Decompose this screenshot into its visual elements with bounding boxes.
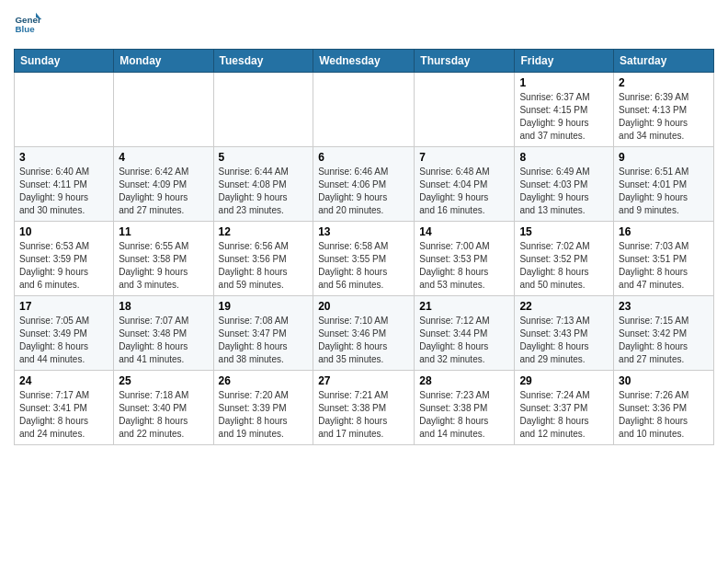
calendar-cell: 28Sunrise: 7:23 AM Sunset: 3:38 PM Dayli… (415, 371, 515, 445)
day-info: Sunrise: 7:18 AM Sunset: 3:40 PM Dayligh… (119, 389, 208, 441)
calendar-cell: 26Sunrise: 7:20 AM Sunset: 3:39 PM Dayli… (213, 371, 313, 445)
calendar-cell: 7Sunrise: 6:48 AM Sunset: 4:04 PM Daylig… (415, 147, 515, 222)
calendar-cell: 5Sunrise: 6:44 AM Sunset: 4:08 PM Daylig… (213, 147, 313, 222)
calendar-cell: 23Sunrise: 7:15 AM Sunset: 3:42 PM Dayli… (614, 296, 714, 371)
day-number: 16 (619, 225, 709, 238)
day-info: Sunrise: 6:56 AM Sunset: 3:56 PM Dayligh… (219, 240, 309, 292)
day-number: 18 (119, 300, 208, 313)
calendar-cell: 30Sunrise: 7:26 AM Sunset: 3:36 PM Dayli… (614, 371, 714, 445)
day-info: Sunrise: 6:55 AM Sunset: 3:58 PM Dayligh… (119, 240, 208, 292)
weekday-header-tuesday: Tuesday (213, 50, 313, 73)
day-info: Sunrise: 7:20 AM Sunset: 3:39 PM Dayligh… (219, 389, 309, 441)
calendar-cell: 8Sunrise: 6:49 AM Sunset: 4:03 PM Daylig… (515, 147, 614, 222)
calendar-cell (114, 73, 213, 147)
calendar-cell: 27Sunrise: 7:21 AM Sunset: 3:38 PM Dayli… (313, 371, 415, 445)
calendar-cell: 21Sunrise: 7:12 AM Sunset: 3:44 PM Dayli… (415, 296, 515, 371)
day-number: 17 (19, 300, 108, 313)
day-number: 26 (219, 374, 309, 387)
calendar-cell: 29Sunrise: 7:24 AM Sunset: 3:37 PM Dayli… (515, 371, 614, 445)
day-number: 30 (619, 374, 709, 387)
day-number: 29 (519, 374, 609, 387)
calendar-cell: 16Sunrise: 7:03 AM Sunset: 3:51 PM Dayli… (614, 222, 714, 296)
calendar-cell (213, 73, 313, 147)
calendar-cell: 17Sunrise: 7:05 AM Sunset: 3:49 PM Dayli… (15, 296, 114, 371)
weekday-header-monday: Monday (114, 50, 213, 73)
calendar-cell (15, 73, 114, 147)
day-info: Sunrise: 6:39 AM Sunset: 4:13 PM Dayligh… (619, 91, 709, 143)
day-number: 19 (219, 300, 309, 313)
day-number: 20 (318, 300, 409, 313)
day-number: 27 (318, 374, 409, 387)
calendar-table: SundayMondayTuesdayWednesdayThursdayFrid… (14, 49, 714, 445)
day-number: 12 (219, 225, 309, 238)
weekday-header-wednesday: Wednesday (313, 50, 415, 73)
day-info: Sunrise: 7:08 AM Sunset: 3:47 PM Dayligh… (219, 315, 309, 366)
weekday-header-friday: Friday (515, 50, 614, 73)
day-info: Sunrise: 7:02 AM Sunset: 3:52 PM Dayligh… (519, 240, 609, 292)
day-number: 10 (19, 225, 108, 238)
calendar-cell (415, 73, 515, 147)
day-info: Sunrise: 6:51 AM Sunset: 4:01 PM Dayligh… (619, 166, 709, 217)
calendar-cell: 18Sunrise: 7:07 AM Sunset: 3:48 PM Dayli… (114, 296, 213, 371)
day-info: Sunrise: 7:21 AM Sunset: 3:38 PM Dayligh… (318, 389, 409, 441)
day-info: Sunrise: 6:44 AM Sunset: 4:08 PM Dayligh… (219, 166, 309, 217)
day-info: Sunrise: 7:13 AM Sunset: 3:43 PM Dayligh… (519, 315, 609, 366)
day-info: Sunrise: 7:07 AM Sunset: 3:48 PM Dayligh… (119, 315, 208, 366)
calendar-cell: 10Sunrise: 6:53 AM Sunset: 3:59 PM Dayli… (15, 222, 114, 296)
day-number: 3 (19, 151, 108, 164)
calendar-cell: 25Sunrise: 7:18 AM Sunset: 3:40 PM Dayli… (114, 371, 213, 445)
day-info: Sunrise: 7:24 AM Sunset: 3:37 PM Dayligh… (519, 389, 609, 441)
day-number: 14 (419, 225, 509, 238)
day-info: Sunrise: 6:53 AM Sunset: 3:59 PM Dayligh… (19, 240, 108, 292)
day-info: Sunrise: 7:12 AM Sunset: 3:44 PM Dayligh… (419, 315, 509, 366)
calendar-cell: 3Sunrise: 6:40 AM Sunset: 4:11 PM Daylig… (15, 147, 114, 222)
svg-text:Blue: Blue (16, 24, 36, 34)
day-info: Sunrise: 6:37 AM Sunset: 4:15 PM Dayligh… (519, 91, 609, 143)
day-number: 25 (119, 374, 208, 387)
calendar-cell: 19Sunrise: 7:08 AM Sunset: 3:47 PM Dayli… (213, 296, 313, 371)
day-number: 6 (318, 151, 409, 164)
day-number: 8 (519, 151, 609, 164)
calendar-cell: 12Sunrise: 6:56 AM Sunset: 3:56 PM Dayli… (213, 222, 313, 296)
weekday-header-thursday: Thursday (415, 50, 515, 73)
calendar-cell: 11Sunrise: 6:55 AM Sunset: 3:58 PM Dayli… (114, 222, 213, 296)
day-info: Sunrise: 7:03 AM Sunset: 3:51 PM Dayligh… (619, 240, 709, 292)
day-number: 2 (619, 76, 709, 89)
day-number: 23 (619, 300, 709, 313)
day-info: Sunrise: 7:23 AM Sunset: 3:38 PM Dayligh… (419, 389, 509, 441)
calendar-cell: 15Sunrise: 7:02 AM Sunset: 3:52 PM Dayli… (515, 222, 614, 296)
calendar-cell: 24Sunrise: 7:17 AM Sunset: 3:41 PM Dayli… (15, 371, 114, 445)
day-number: 21 (419, 300, 509, 313)
calendar-cell: 22Sunrise: 7:13 AM Sunset: 3:43 PM Dayli… (515, 296, 614, 371)
day-info: Sunrise: 7:05 AM Sunset: 3:49 PM Dayligh… (19, 315, 108, 366)
calendar-cell: 1Sunrise: 6:37 AM Sunset: 4:15 PM Daylig… (515, 73, 614, 147)
day-number: 11 (119, 225, 208, 238)
calendar-cell: 4Sunrise: 6:42 AM Sunset: 4:09 PM Daylig… (114, 147, 213, 222)
day-number: 4 (119, 151, 208, 164)
calendar-cell: 20Sunrise: 7:10 AM Sunset: 3:46 PM Dayli… (313, 296, 415, 371)
day-number: 9 (619, 151, 709, 164)
day-number: 7 (419, 151, 509, 164)
day-info: Sunrise: 6:42 AM Sunset: 4:09 PM Dayligh… (119, 166, 208, 217)
weekday-header-saturday: Saturday (614, 50, 714, 73)
day-info: Sunrise: 6:46 AM Sunset: 4:06 PM Dayligh… (318, 166, 409, 217)
day-info: Sunrise: 7:17 AM Sunset: 3:41 PM Dayligh… (19, 389, 108, 441)
calendar-cell (313, 73, 415, 147)
day-info: Sunrise: 7:26 AM Sunset: 3:36 PM Dayligh… (619, 389, 709, 441)
calendar-cell: 6Sunrise: 6:46 AM Sunset: 4:06 PM Daylig… (313, 147, 415, 222)
calendar-cell: 13Sunrise: 6:58 AM Sunset: 3:55 PM Dayli… (313, 222, 415, 296)
calendar-cell: 14Sunrise: 7:00 AM Sunset: 3:53 PM Dayli… (415, 222, 515, 296)
day-info: Sunrise: 6:49 AM Sunset: 4:03 PM Dayligh… (519, 166, 609, 217)
day-info: Sunrise: 6:48 AM Sunset: 4:04 PM Dayligh… (419, 166, 509, 217)
day-number: 28 (419, 374, 509, 387)
logo: General Blue (14, 9, 45, 37)
day-number: 24 (19, 374, 108, 387)
day-info: Sunrise: 7:10 AM Sunset: 3:46 PM Dayligh… (318, 315, 409, 366)
calendar-cell: 2Sunrise: 6:39 AM Sunset: 4:13 PM Daylig… (614, 73, 714, 147)
day-info: Sunrise: 7:15 AM Sunset: 3:42 PM Dayligh… (619, 315, 709, 366)
calendar-cell: 9Sunrise: 6:51 AM Sunset: 4:01 PM Daylig… (614, 147, 714, 222)
day-number: 22 (519, 300, 609, 313)
day-info: Sunrise: 7:00 AM Sunset: 3:53 PM Dayligh… (419, 240, 509, 292)
day-number: 15 (519, 225, 609, 238)
day-number: 5 (219, 151, 309, 164)
